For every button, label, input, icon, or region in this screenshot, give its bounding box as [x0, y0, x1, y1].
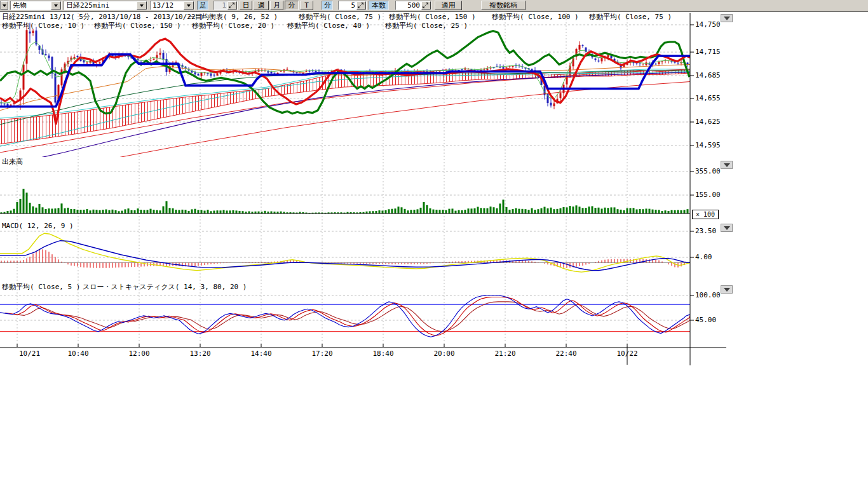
volume-panel-menu-button[interactable] [721, 161, 733, 169]
chart-canvas [0, 0, 868, 488]
chevron-down-icon [724, 288, 730, 292]
stoch-panel-menu-button[interactable] [721, 285, 733, 294]
macd-panel-menu-button[interactable] [721, 224, 733, 232]
chevron-down-icon [724, 163, 730, 167]
price-panel-menu-button[interactable] [721, 14, 733, 22]
chevron-down-icon [724, 226, 730, 230]
trading-app-window: 先物 日経225mini 13/12 足 1 日週月分T 分 5 本数 5 [0, 0, 868, 488]
chevron-down-icon [724, 17, 730, 20]
